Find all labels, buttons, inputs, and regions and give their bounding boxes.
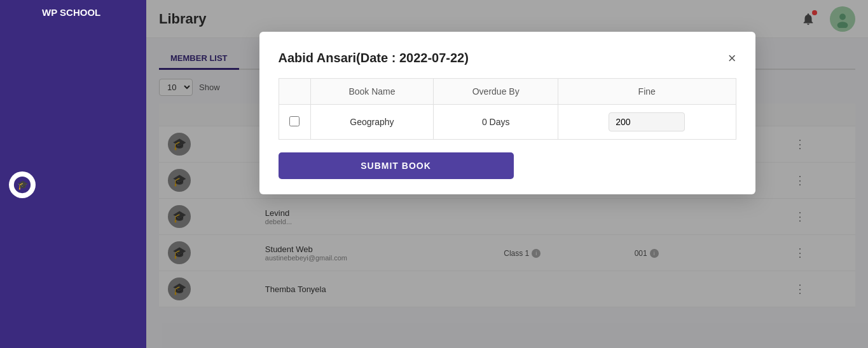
col-fine: Fine [558,79,736,105]
cell-book-name: Geography [310,105,434,140]
fine-input[interactable] [609,112,685,131]
main-content: Library MEMBER LIST 10 [146,0,868,348]
book-checkbox[interactable] [289,116,300,126]
submit-book-button[interactable]: SUBMIT BOOK [279,152,514,179]
cell-book-checkbox [279,105,310,140]
cell-overdue: 0 Days [434,105,558,140]
modal-dialog: Aabid Ansari(Date : 2022-07-22) × Book N… [259,32,755,194]
sidebar-logo: 🎓 WP SCHOOL MANAGEMENT SYSTEM [0,0,146,348]
logo-icon: 🎓 [9,171,36,198]
logo-text: WP SCHOOL MANAGEMENT SYSTEM [42,8,119,348]
modal-header: Aabid Ansari(Date : 2022-07-22) × [279,51,736,65]
col-checkbox [279,79,310,105]
modal-close-button[interactable]: × [728,51,736,65]
sidebar: 🎓 WP SCHOOL MANAGEMENT SYSTEM ⊞ Dashboar… [0,0,146,348]
modal-table-row: Geography 0 Days [279,105,736,140]
svg-text:🎓: 🎓 [17,180,29,191]
modal-book-table: Book Name Overdue By Fine Geography 0 Da… [279,78,736,140]
modal-title: Aabid Ansari(Date : 2022-07-22) [279,51,469,65]
cell-fine [558,105,736,140]
col-overdue: Overdue By [434,79,558,105]
modal-overlay[interactable]: Aabid Ansari(Date : 2022-07-22) × Book N… [146,0,868,348]
col-book-name: Book Name [310,79,434,105]
modal-table-header-row: Book Name Overdue By Fine [279,79,736,105]
